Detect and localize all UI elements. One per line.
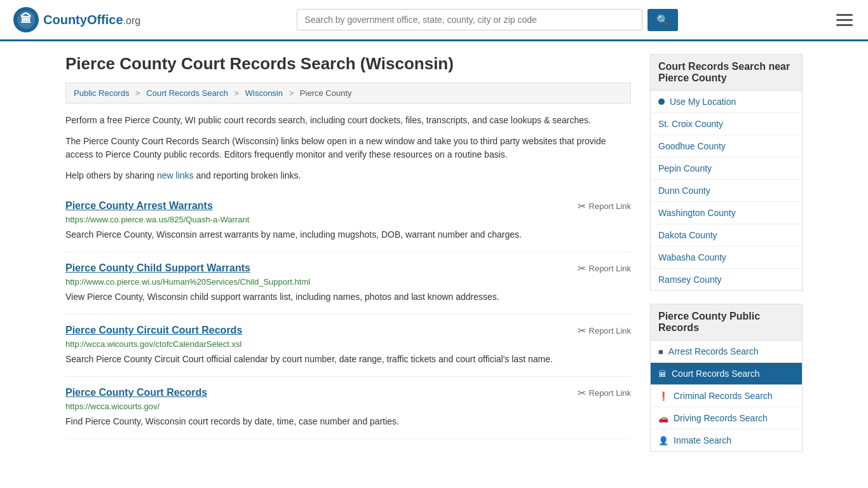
breadcrumb-wisconsin[interactable]: Wisconsin: [245, 88, 283, 98]
record-entry-1: Pierce County Arrest Warrants ✂ Report L…: [65, 190, 631, 252]
nearby-links: Use My Location St. Croix County Goodhue…: [650, 91, 803, 291]
report-icon-4: ✂: [578, 387, 586, 399]
record-desc-3: Search Pierce County Circuit Court offic…: [65, 353, 631, 366]
record-desc-4: Find Pierce County, Wisconsin court reco…: [65, 415, 631, 428]
description-para3: Help others by sharing new links and rep…: [65, 169, 631, 182]
description-para2: The Pierce County Court Records Search (…: [65, 135, 631, 161]
nearby-ramsey[interactable]: Ramsey County: [651, 269, 802, 290]
inmate-icon: 👤: [658, 436, 668, 445]
report-icon-3: ✂: [578, 325, 586, 337]
record-desc-2: View Pierce County, Wisconsin child supp…: [65, 290, 631, 304]
arrest-icon: ■: [658, 347, 663, 356]
record-title-2[interactable]: Pierce County Child Support Warrants: [65, 262, 250, 274]
description-para1: Perform a free Pierce County, WI public …: [65, 114, 631, 127]
criminal-icon: ❗: [658, 391, 668, 401]
new-links-link[interactable]: new links: [157, 170, 194, 180]
breadcrumb-court-records[interactable]: Court Records Search: [146, 88, 228, 98]
record-url-4[interactable]: https://wcca.wicourts.gov/: [65, 402, 631, 411]
nearby-section-title: Court Records Search near Pierce County: [650, 54, 803, 91]
record-url-3[interactable]: http://wcca.wicourts.gov/ctofcCalendarSe…: [65, 339, 631, 349]
main-content: Pierce County Court Records Search (Wisc…: [53, 41, 815, 477]
court-icon: 🏛: [658, 369, 667, 379]
report-icon-2: ✂: [578, 262, 586, 274]
nearby-dakota[interactable]: Dakota County: [651, 224, 802, 247]
driving-icon: 🚗: [658, 414, 668, 423]
record-entry-3: Pierce County Circuit Court Records ✂ Re…: [65, 315, 631, 377]
breadcrumb-public-records[interactable]: Public Records: [74, 88, 129, 98]
record-title-3[interactable]: Pierce County Circuit Court Records: [65, 325, 242, 336]
nearby-pepin[interactable]: Pepin County: [651, 158, 802, 180]
breadcrumb: Public Records > Court Records Search > …: [65, 83, 631, 104]
search-area: 🔍: [297, 9, 678, 31]
nearby-use-my-location[interactable]: Use My Location: [651, 91, 802, 113]
nearby-wabasha[interactable]: Wabasha County: [651, 247, 802, 269]
public-records-section-title: Pierce County Public Records: [650, 304, 803, 341]
nearby-washington[interactable]: Washington County: [651, 202, 802, 224]
logo-text: CountyOffice.org: [43, 13, 140, 27]
record-desc-1: Search Pierce County, Wisconsin arrest w…: [65, 228, 631, 241]
sidebar: Court Records Search near Pierce County …: [650, 54, 803, 464]
report-link-3[interactable]: ✂ Report Link: [578, 325, 631, 337]
public-records-links: ■ Arrest Records Search 🏛 Court Records …: [650, 341, 803, 452]
record-entry-4: Pierce County Court Records ✂ Report Lin…: [65, 377, 631, 439]
record-url-1[interactable]: https://www.co.pierce.wa.us/825/Quash-a-…: [65, 215, 631, 224]
record-title-4[interactable]: Pierce County Court Records: [65, 387, 207, 398]
public-records-driving[interactable]: 🚗 Driving Records Search: [651, 407, 802, 430]
nearby-goodhue[interactable]: Goodhue County: [651, 135, 802, 158]
nearby-st-croix[interactable]: St. Croix County: [651, 113, 802, 135]
public-records-inmate[interactable]: 👤 Inmate Search: [651, 430, 802, 451]
record-title-1[interactable]: Pierce County Arrest Warrants: [65, 200, 213, 212]
hamburger-menu-button[interactable]: [834, 11, 855, 29]
location-dot-icon: [658, 98, 665, 105]
report-icon-1: ✂: [578, 200, 586, 212]
page-title: Pierce County Court Records Search (Wisc…: [65, 54, 631, 74]
content-area: Pierce County Court Records Search (Wisc…: [65, 54, 631, 464]
logo-area: 🏛 CountyOffice.org: [13, 6, 140, 33]
public-records-court[interactable]: 🏛 Court Records Search: [651, 363, 802, 385]
report-link-1[interactable]: ✂ Report Link: [578, 200, 631, 212]
record-url-2[interactable]: http://www.co.pierce.wi.us/Human%20Servi…: [65, 277, 631, 287]
logo-icon: 🏛: [13, 6, 39, 33]
public-records-criminal[interactable]: ❗ Criminal Records Search: [651, 385, 802, 407]
report-link-4[interactable]: ✂ Report Link: [578, 387, 631, 399]
search-button[interactable]: 🔍: [648, 9, 678, 31]
report-link-2[interactable]: ✂ Report Link: [578, 262, 631, 274]
records-list: Pierce County Arrest Warrants ✂ Report L…: [65, 190, 631, 439]
search-input[interactable]: [297, 9, 642, 30]
header: 🏛 CountyOffice.org 🔍: [0, 0, 868, 41]
public-records-arrest[interactable]: ■ Arrest Records Search: [651, 341, 802, 363]
breadcrumb-current: Pierce County: [300, 88, 352, 98]
record-entry-2: Pierce County Child Support Warrants ✂ R…: [65, 252, 631, 315]
svg-text:🏛: 🏛: [20, 12, 32, 25]
nearby-dunn[interactable]: Dunn County: [651, 180, 802, 202]
